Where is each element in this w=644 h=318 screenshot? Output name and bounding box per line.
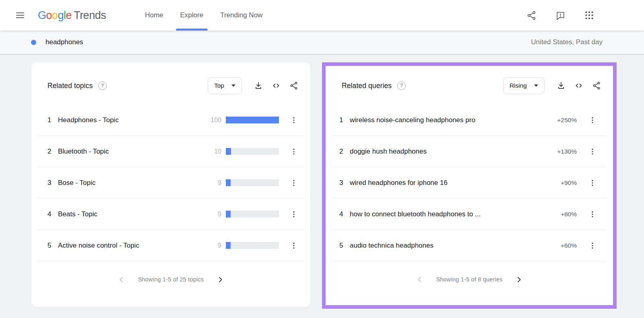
row-rank: 3 [47, 179, 57, 187]
row-rank: 4 [339, 210, 349, 218]
topic-link[interactable]: Bose - Topic [58, 179, 204, 187]
chevron-down-icon [231, 84, 235, 87]
topic-link[interactable]: Headphones - Topic [58, 116, 204, 124]
highlight-annotation-box: Related queries ? Rising [322, 62, 617, 309]
next-page-icon[interactable] [514, 274, 524, 285]
trends-wordmark: Trends [74, 9, 106, 22]
related-topics-title: Related topics [47, 82, 93, 90]
prev-page-icon[interactable] [116, 274, 127, 285]
related-queries-card: Related queries ? Rising [326, 66, 613, 305]
share-icon[interactable] [590, 79, 603, 92]
pagination-label: Showing 1-5 of 8 queries [436, 276, 502, 283]
share-icon[interactable] [287, 79, 301, 92]
topic-row: 2 Bluetooth - Topic 10 [38, 136, 304, 167]
chevron-down-icon [534, 84, 538, 87]
topics-pagination: Showing 1-5 of 25 topics [31, 261, 310, 285]
related-queries-title: Related queries [342, 82, 392, 90]
topic-link[interactable]: Bluetooth - Topic [58, 148, 204, 156]
topics-toolbar: Top [208, 77, 301, 94]
queries-sort-dropdown[interactable]: Rising [503, 77, 545, 94]
queries-sort-value: Rising [510, 82, 527, 89]
embed-icon[interactable] [572, 79, 586, 92]
query-link[interactable]: how to connect bluetooth headphones to .… [350, 210, 561, 218]
next-page-icon[interactable] [215, 274, 225, 285]
queries-toolbar: Rising [503, 77, 603, 94]
topic-score: 100 [204, 117, 221, 124]
row-rank: 5 [339, 242, 349, 250]
row-rank: 3 [339, 179, 349, 187]
query-change: +130% [557, 148, 577, 155]
more-options-icon[interactable] [586, 176, 599, 190]
share-icon[interactable] [526, 10, 537, 21]
more-options-icon[interactable] [288, 238, 300, 253]
help-icon[interactable]: ? [98, 82, 107, 90]
score-bar [226, 211, 279, 217]
more-options-icon[interactable] [288, 176, 300, 190]
query-row: 2 doggie hush headphones +130% [332, 136, 607, 167]
download-icon[interactable] [554, 79, 568, 92]
top-app-bar: Google Trends Home Explore Trending Now [0, 0, 644, 31]
topic-row: 5 Active noise control - Topic 9 [38, 230, 304, 261]
related-topics-header: Related topics ? Top [31, 62, 310, 94]
row-rank: 1 [339, 116, 349, 124]
more-options-icon[interactable] [586, 113, 599, 127]
topic-row: 1 Headphones - Topic 100 [38, 105, 304, 136]
more-options-icon[interactable] [586, 144, 599, 159]
query-row: 1 wireless noise-canceling headphones pr… [332, 105, 607, 136]
topic-link[interactable]: Beats - Topic [58, 210, 204, 218]
google-trends-logo[interactable]: Google Trends [38, 9, 106, 22]
query-change: +60% [561, 242, 577, 249]
nav-home[interactable]: Home [136, 0, 171, 31]
topic-score: 10 [204, 148, 221, 155]
row-rank: 4 [47, 210, 57, 218]
row-rank: 1 [47, 116, 57, 124]
queries-list: 1 wireless noise-canceling headphones pr… [332, 105, 607, 261]
nav-trending-now[interactable]: Trending Now [212, 0, 271, 31]
query-row: 5 audio technica headphones +60% [332, 230, 607, 261]
query-row: 3 wired headphones for iphone 16 +90% [332, 167, 607, 199]
download-icon[interactable] [252, 79, 265, 92]
row-rank: 5 [47, 242, 57, 250]
more-options-icon[interactable] [586, 207, 599, 222]
topic-score: 9 [204, 179, 221, 187]
topics-sort-value: Top [214, 82, 224, 89]
feedback-icon[interactable] [555, 10, 566, 21]
score-bar [226, 242, 279, 249]
topic-row: 4 Beats - Topic 9 [38, 199, 304, 230]
more-options-icon[interactable] [288, 207, 300, 222]
query-link[interactable]: wireless noise-canceling headphones pro [350, 116, 557, 124]
more-options-icon[interactable] [288, 113, 300, 127]
query-link[interactable]: doggie hush headphones [350, 148, 557, 156]
prev-page-icon[interactable] [414, 274, 425, 285]
topic-link[interactable]: Active noise control - Topic [58, 242, 204, 250]
search-term[interactable]: headphones [45, 38, 83, 46]
score-bar [226, 148, 279, 155]
more-options-icon[interactable] [586, 238, 599, 253]
topic-row: 3 Bose - Topic 9 [38, 167, 304, 199]
embed-icon[interactable] [269, 79, 283, 92]
nav-explore[interactable]: Explore [172, 0, 212, 31]
related-queries-header: Related queries ? Rising [326, 66, 613, 94]
search-term-bar: headphones United States, Past day [0, 31, 644, 54]
query-change: +250% [557, 117, 577, 124]
google-apps-icon[interactable] [584, 10, 595, 21]
score-bar [226, 179, 279, 186]
topbar-actions [526, 10, 644, 21]
pagination-label: Showing 1-5 of 25 topics [138, 276, 204, 283]
query-change: +80% [561, 211, 577, 218]
topics-list: 1 Headphones - Topic 100 2 Bluetooth - T… [38, 105, 304, 261]
topic-score: 9 [204, 211, 221, 218]
more-options-icon[interactable] [288, 144, 300, 159]
query-link[interactable]: audio technica headphones [350, 242, 561, 250]
primary-nav: Home Explore Trending Now [136, 0, 271, 31]
query-link[interactable]: wired headphones for iphone 16 [350, 179, 561, 187]
geo-time-scope: United States, Past day [531, 38, 603, 46]
google-wordmark: Google [38, 9, 72, 22]
topics-sort-dropdown[interactable]: Top [208, 77, 242, 94]
query-change: +90% [561, 179, 577, 187]
related-topics-card: Related topics ? Top [31, 62, 310, 307]
menu-icon[interactable] [12, 7, 28, 23]
help-icon[interactable]: ? [397, 82, 406, 90]
explore-content: Related topics ? Top [0, 54, 644, 318]
query-row: 4 how to connect bluetooth headphones to… [332, 199, 607, 230]
